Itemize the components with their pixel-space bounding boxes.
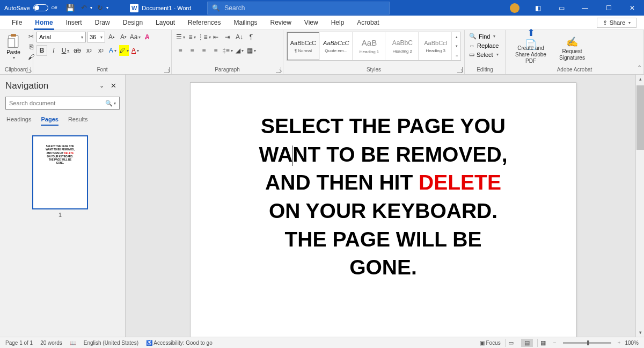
undo-icon[interactable]: ↶	[78, 2, 90, 14]
styles-launcher-icon[interactable]	[457, 67, 463, 73]
shrink-font-icon[interactable]: A▾	[118, 32, 129, 42]
share-button[interactable]: ⇪ Share ▾	[597, 18, 636, 28]
close-button[interactable]: ✕	[620, 0, 644, 16]
subscript-button[interactable]: x2	[84, 45, 94, 56]
minimize-button[interactable]: —	[573, 0, 597, 16]
zoom-slider[interactable]	[563, 342, 611, 344]
tab-design[interactable]: Design	[116, 16, 149, 30]
document-text[interactable]: SELECT THE PAGE YOU WANT TO BE REMOVED, …	[224, 112, 543, 282]
change-case-icon[interactable]: Aa▾	[130, 32, 141, 42]
show-marks-icon[interactable]: ¶	[246, 32, 257, 42]
bold-button[interactable]: B	[36, 45, 47, 56]
status-language[interactable]: English (United States)	[84, 340, 138, 346]
sort-icon[interactable]: A↓	[234, 32, 245, 42]
create-share-pdf-button[interactable]: ⬆📄 Create and Share Adobe PDF	[509, 32, 553, 64]
tab-home[interactable]: Home	[28, 16, 59, 30]
borders-icon[interactable]: ▦▾	[246, 45, 257, 56]
find-button[interactable]: 🔍Find▾	[468, 32, 502, 41]
zoom-level[interactable]: 100%	[625, 340, 639, 346]
styles-gallery[interactable]: AaBbCcC¶ Normal AaBbCcCQuote em... AaBHe…	[287, 32, 461, 61]
scroll-up-icon[interactable]: ▴	[636, 75, 644, 83]
clear-formatting-icon[interactable]: A̷	[142, 32, 152, 42]
line-spacing-icon[interactable]: ‡≡▾	[222, 45, 233, 56]
font-color-icon[interactable]: A▾	[130, 45, 141, 56]
read-mode-icon[interactable]: ▭	[505, 339, 517, 347]
shading-icon[interactable]: ◢▾	[234, 45, 245, 56]
italic-button[interactable]: I	[48, 45, 59, 56]
align-center-icon[interactable]: ≡	[187, 45, 197, 56]
status-accessibility[interactable]: ♿ Accessibility: Good to go	[146, 340, 213, 346]
increase-indent-icon[interactable]: ⇥	[222, 32, 233, 42]
nav-chevron-down-icon[interactable]: ⌄	[96, 81, 107, 91]
tell-me-search[interactable]: 🔍 Search	[207, 2, 390, 15]
numbering-icon[interactable]: ≡▾	[187, 32, 197, 42]
text-effects-icon[interactable]: A▾	[107, 45, 118, 56]
tab-insert[interactable]: Insert	[60, 16, 89, 30]
decrease-indent-icon[interactable]: ⇤	[210, 32, 221, 42]
style-heading3[interactable]: AaBbCclHeading 3	[420, 32, 452, 60]
collapse-ribbon-icon[interactable]: ⌃	[637, 64, 642, 71]
tab-view[interactable]: View	[298, 16, 325, 30]
user-avatar-icon[interactable]	[510, 3, 519, 13]
font-launcher-icon[interactable]	[164, 67, 170, 73]
tab-mailings[interactable]: Mailings	[227, 16, 264, 30]
zoom-out-button[interactable]: −	[553, 340, 557, 346]
maximize-button[interactable]: ☐	[597, 0, 620, 16]
highlight-icon[interactable]: 🖊▾	[119, 45, 129, 56]
tab-file[interactable]: File	[5, 16, 28, 30]
underline-button[interactable]: U▾	[60, 45, 71, 56]
style-quote[interactable]: AaBbCcCQuote em...	[320, 32, 353, 60]
clipboard-launcher-icon[interactable]	[26, 67, 31, 73]
tab-draw[interactable]: Draw	[89, 16, 116, 30]
font-name-selector[interactable]: Arial▾	[36, 32, 86, 42]
save-icon[interactable]: 💾	[64, 2, 76, 14]
autosave-toggle[interactable]: AutoSave Off	[0, 4, 61, 11]
bullets-icon[interactable]: ☰▾	[175, 32, 186, 42]
strikethrough-button[interactable]: ab	[72, 45, 83, 56]
replace-button[interactable]: ↔Replace	[468, 41, 502, 50]
nav-search-field[interactable]: 🔍 ▾	[5, 97, 120, 110]
focus-mode-button[interactable]: ▣ Focus	[480, 340, 501, 346]
style-normal[interactable]: AaBbCcC¶ Normal	[287, 32, 319, 60]
tab-help[interactable]: Help	[325, 16, 351, 30]
nav-search-input[interactable]	[9, 100, 105, 106]
ribbon-display-icon[interactable]: ◧	[526, 0, 550, 16]
page-thumbnail[interactable]: SELECT THE PAGE YOU WANT TO BE REMOVED, …	[32, 135, 88, 209]
window-overlay-icon[interactable]: ▭	[550, 0, 573, 16]
tab-layout[interactable]: Layout	[149, 16, 181, 30]
qat-customize-icon[interactable]: ▾	[106, 5, 108, 10]
nav-close-icon[interactable]: ✕	[107, 80, 120, 91]
nav-tab-headings[interactable]: Headings	[6, 116, 31, 126]
align-left-icon[interactable]: ≡	[175, 45, 186, 56]
vertical-scrollbar[interactable]: ▴ ▾	[635, 75, 644, 337]
align-right-icon[interactable]: ≡	[199, 45, 209, 56]
scroll-down-icon[interactable]: ▾	[636, 328, 644, 337]
paragraph-launcher-icon[interactable]	[276, 67, 281, 73]
style-heading1[interactable]: AaBHeading 1	[354, 32, 386, 60]
zoom-in-button[interactable]: +	[618, 340, 621, 346]
print-layout-icon[interactable]: ▤	[521, 339, 533, 347]
status-proofing-icon[interactable]: 📖	[70, 340, 76, 346]
redo-icon[interactable]: ↻	[94, 2, 106, 14]
tab-acrobat[interactable]: Acrobat	[350, 16, 385, 30]
nav-search-dropdown-icon[interactable]: ▾	[113, 101, 116, 106]
status-word-count[interactable]: 20 words	[40, 340, 62, 346]
nav-tab-pages[interactable]: Pages	[41, 116, 58, 126]
superscript-button[interactable]: x2	[96, 45, 106, 56]
tab-review[interactable]: Review	[264, 16, 298, 30]
tab-references[interactable]: References	[181, 16, 227, 30]
select-button[interactable]: ▭Select▾	[468, 50, 502, 59]
scrollbar-thumb[interactable]	[636, 85, 644, 150]
styles-more-icon[interactable]: ▴▾≡	[453, 32, 460, 60]
request-signatures-button[interactable]: ✍ Request Signatures	[554, 35, 590, 61]
undo-dropdown-icon[interactable]: ▾	[90, 5, 92, 10]
multilevel-list-icon[interactable]: ⋮≡▾	[199, 32, 209, 42]
status-page[interactable]: Page 1 of 1	[5, 340, 33, 346]
justify-icon[interactable]: ≡	[210, 45, 221, 56]
style-heading2[interactable]: AaBbCHeading 2	[386, 32, 419, 60]
web-layout-icon[interactable]: ▦	[537, 339, 549, 347]
font-size-selector[interactable]: 36▾	[87, 32, 105, 42]
nav-tab-results[interactable]: Results	[68, 116, 88, 126]
grow-font-icon[interactable]: A▴	[106, 32, 117, 42]
document-page[interactable]: SELECT THE PAGE YOU WANT TO BE REMOVED, …	[190, 82, 576, 337]
